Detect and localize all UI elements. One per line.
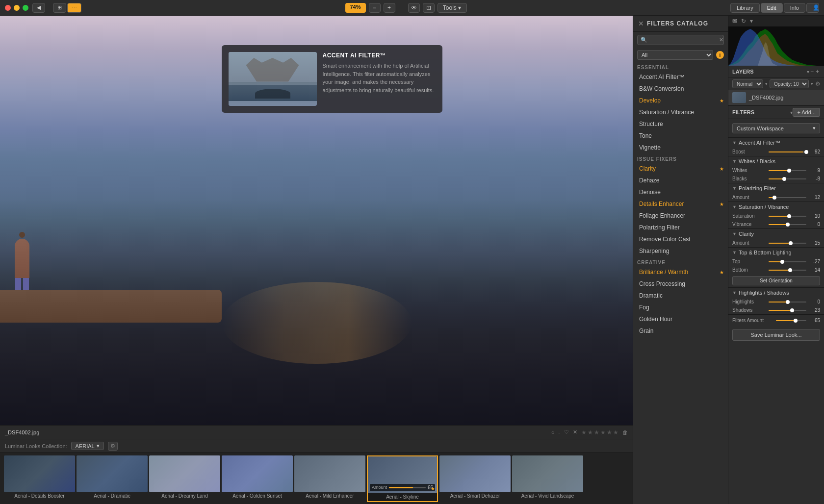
adj-fa-slider[interactable] (776, 320, 806, 321)
titlebar: ◀ ⊞ ⋯ 74% − + 👁 ⊡ Tools ▾ Library Edit I… (0, 0, 824, 16)
tab-library[interactable]: Library (730, 3, 760, 13)
zoom-in-btn[interactable]: + (384, 3, 395, 13)
filters-search-bar[interactable]: 🔍 ✕ (637, 35, 724, 45)
adj-hl-header[interactable]: ▼ Highlights / Shadows (728, 288, 824, 298)
filter-golden-hour[interactable]: Golden Hour (633, 313, 728, 325)
filter-bw[interactable]: B&W Conversion (633, 83, 728, 95)
tools-btn[interactable]: Tools ▾ (438, 3, 467, 13)
adj-vib-slider[interactable] (769, 224, 806, 225)
filter-saturation-vibrance[interactable]: Saturation / Vibrance (633, 106, 728, 118)
thumb-golden-sunset[interactable]: Aerial - Golden Sunset (222, 455, 293, 502)
thumb-details-booster[interactable]: Aerial - Details Booster (4, 455, 75, 502)
adj-clarity-header[interactable]: ▼ Clarity (728, 229, 824, 239)
back-button[interactable]: ◀ (32, 3, 45, 13)
filter-develop[interactable]: Develop ★ (633, 95, 728, 106)
rp-icon-row: ✉ ↻ ▾ (732, 18, 753, 25)
trash-icon[interactable]: 🗑 (622, 429, 628, 435)
filters-add-btn[interactable]: + Add... (793, 108, 820, 117)
thumb-mild-enhancer[interactable]: Aerial - Mild Enhancer (294, 455, 365, 502)
adj-boost-slider[interactable] (769, 151, 806, 152)
filter-brilliance[interactable]: Brilliance / Warmth ★ (633, 266, 728, 278)
set-orientation-btn[interactable]: Set Orientation (732, 276, 820, 285)
filter-structure[interactable]: Structure (633, 118, 728, 130)
filters-catalog-panel: ✕ FILTERS CATALOG 🔍 ✕ All i ESSENTIAL Ac… (633, 16, 728, 504)
filter-clarity[interactable]: Clarity ★ (633, 163, 728, 175)
adj-sat-slider[interactable] (769, 216, 806, 217)
collection-settings-btn[interactable]: ⚙ (108, 442, 118, 451)
filter-remove-color[interactable]: Remove Color Cast (633, 233, 728, 245)
mail-icon[interactable]: ✉ (732, 18, 737, 25)
blend-mode-select[interactable]: Normal (732, 79, 763, 88)
compare-btn[interactable]: ⊡ (423, 3, 435, 13)
layers-minus-btn[interactable]: − (809, 68, 815, 75)
zoom-display[interactable]: 74% (345, 3, 366, 13)
adj-top-slider[interactable] (769, 261, 806, 262)
dropdown-icon[interactable]: ▾ (750, 18, 753, 25)
minimize-button[interactable] (14, 5, 20, 11)
thumb-dramatic[interactable]: Aerial - Dramatic (77, 455, 148, 502)
save-luminar-look-btn[interactable]: Save Luminar Look... (732, 329, 820, 341)
filter-sharpening[interactable]: Sharpening (633, 245, 728, 257)
tab-edit[interactable]: Edit (761, 3, 783, 13)
adj-hl-slider[interactable] (769, 302, 806, 302)
collection-tag[interactable]: AERIAL ▾ (71, 442, 104, 450)
thumb-skyline[interactable]: Amount 66 ★ Aerial - Skyline (367, 455, 438, 502)
road-lights (222, 282, 412, 364)
adj-highlights: ▼ Highlights / Shadows Highlights 0 Shad… (728, 287, 824, 314)
filter-denoise[interactable]: Denoise (633, 186, 728, 198)
custom-workspace-btn[interactable]: Custom Workspace ▾ (732, 123, 820, 133)
adj-sh-slider[interactable] (769, 310, 806, 311)
preview-btn[interactable]: 👁 (408, 3, 420, 13)
close-button[interactable] (5, 5, 11, 11)
filter-dramatic[interactable]: Dramatic (633, 290, 728, 302)
filters-search-input[interactable] (649, 37, 717, 43)
filter-category-select[interactable]: All (637, 50, 713, 60)
thumb-smart-dehazer[interactable]: Aerial - Smart Dehazer (439, 455, 511, 502)
filter-foliage[interactable]: Foliage Enhancer (633, 210, 728, 222)
filter-dehaze[interactable]: Dehaze (633, 175, 728, 186)
filter-cross[interactable]: Cross Processing (633, 278, 728, 290)
layer-item[interactable]: _DSF4002.jpg (728, 90, 824, 105)
filter-accent-ai[interactable]: Accent AI Filter™ (633, 71, 728, 83)
filter-details-enhancer[interactable]: Details Enhancer ★ (633, 198, 728, 210)
adj-whites-blacks-header[interactable]: ▼ Whites / Blacks (728, 156, 824, 166)
filter-polarizing[interactable]: Polarizing Filter (633, 222, 728, 233)
filter-fog[interactable]: Fog (633, 302, 728, 313)
adj-sat-value: 10 (808, 213, 820, 219)
filter-grain[interactable]: Grain (633, 325, 728, 337)
opacity-select[interactable]: Opacity: 100% (770, 79, 809, 88)
search-clear-btn[interactable]: ✕ (719, 37, 723, 43)
thumb-dreamy-land[interactable]: Aerial - Dreamy Land (149, 455, 220, 502)
layer-gear-btn[interactable]: ⚙ (815, 80, 821, 87)
adj-vib-fill (769, 224, 788, 225)
filter-info-btn[interactable]: i (716, 51, 724, 59)
profile-btn[interactable]: 👤 (806, 3, 819, 13)
adj-tb-header[interactable]: ▼ Top & Bottom Lighting (728, 248, 824, 257)
adj-clar-slider[interactable] (769, 243, 806, 244)
adj-accent-ai-header[interactable]: ▼ Accent AI Filter™ (728, 138, 824, 148)
adj-blacks-slider[interactable] (769, 178, 806, 179)
adj-polarizing-header[interactable]: ▼ Polarizing Filter (728, 183, 824, 193)
x-icon[interactable]: ✕ (573, 429, 577, 435)
adj-pol-slider[interactable] (769, 197, 806, 198)
zoom-out-btn[interactable]: − (369, 3, 381, 13)
filter-vignette[interactable]: Vignette (633, 142, 728, 153)
adj-saturation-header[interactable]: ▼ Saturation / Vibrance (728, 202, 824, 212)
thumb-label-4: Aerial - Golden Sunset (222, 493, 293, 499)
tab-info[interactable]: Info (784, 3, 805, 13)
adj-whites-slider[interactable] (769, 170, 806, 171)
thumb-vivid-landscape[interactable]: Aerial - Vivid Landscape (512, 455, 583, 502)
adj-top-label: Top (732, 259, 767, 264)
layers-plus-btn[interactable]: + (815, 68, 820, 75)
sync-icon[interactable]: ↻ (741, 18, 746, 25)
filter-tone[interactable]: Tone (633, 130, 728, 142)
photo-canvas[interactable]: ACCENT AI FILTER™ Smart enhancement with… (0, 16, 633, 425)
close-filters-btn[interactable]: ✕ (638, 20, 644, 27)
rating-circle[interactable]: ○ (551, 429, 555, 435)
star-rating[interactable]: ★ ★ ★ ★ ★ ★ (581, 429, 618, 436)
adj-bottom-slider[interactable] (769, 270, 806, 271)
toolbar-layout-btn[interactable]: ⊞ (53, 3, 66, 13)
fullscreen-button[interactable] (23, 5, 28, 11)
toolbar-filmstrip-btn[interactable]: ⋯ (67, 3, 81, 13)
heart-icon[interactable]: ♡ (564, 429, 569, 435)
